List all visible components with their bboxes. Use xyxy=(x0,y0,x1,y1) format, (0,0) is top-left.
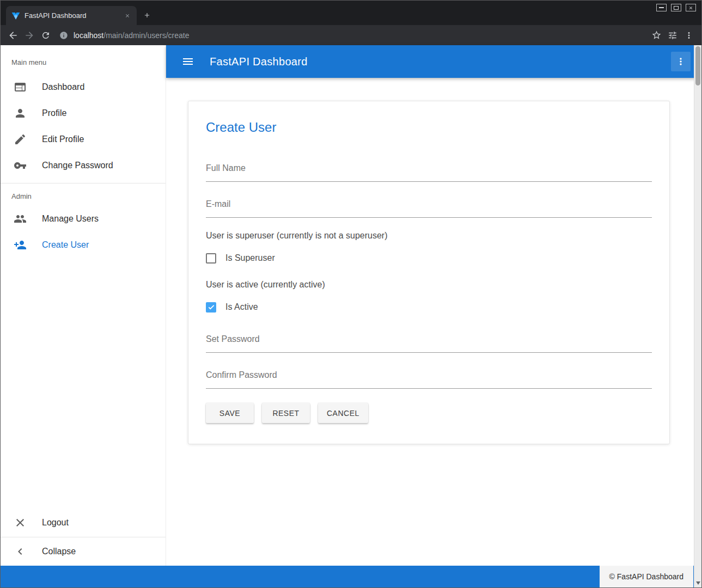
close-icon xyxy=(688,5,693,10)
window-close-button[interactable] xyxy=(686,4,696,11)
window-maximize-button[interactable] xyxy=(671,4,681,11)
tune-icon xyxy=(668,30,677,40)
sidebar-item-label: Create User xyxy=(42,240,89,250)
sidebar-item-manage-users[interactable]: Manage Users xyxy=(1,206,166,232)
form-actions: SAVE RESET CANCEL xyxy=(206,403,652,423)
people-icon xyxy=(14,212,27,225)
pencil-icon xyxy=(14,133,27,146)
sidebar-item-change-password[interactable]: Change Password xyxy=(1,152,166,179)
full-name-input[interactable] xyxy=(206,163,652,182)
set-password-field xyxy=(206,328,652,353)
footer: © FastAPI Dashboard xyxy=(1,566,701,587)
sidebar-item-label: Edit Profile xyxy=(42,134,84,144)
sidebar-item-edit-profile[interactable]: Edit Profile xyxy=(1,126,166,152)
sidebar-item-create-user[interactable]: Create User xyxy=(1,232,166,258)
close-icon xyxy=(14,516,27,529)
dashboard-icon xyxy=(14,81,27,94)
url-path: /main/admin/users/create xyxy=(103,31,189,40)
sidebar-item-label: Change Password xyxy=(42,161,113,170)
sidebar-item-label: Dashboard xyxy=(42,82,84,92)
key-icon xyxy=(14,159,27,172)
sidebar-item-profile[interactable]: Profile xyxy=(1,100,166,126)
confirm-password-field xyxy=(206,364,652,389)
tab-close-icon[interactable] xyxy=(124,12,131,20)
url-text[interactable]: localhost/main/admin/users/create xyxy=(74,31,189,40)
browser-menu-button[interactable] xyxy=(681,27,697,44)
set-password-input[interactable] xyxy=(206,334,652,353)
minimize-icon xyxy=(659,7,664,8)
sidebar-item-label: Logout xyxy=(42,518,69,528)
active-checkbox-row[interactable]: Is Active xyxy=(206,299,652,315)
person-icon xyxy=(14,107,27,120)
page-row: Main menu Dashboard Profile Edit Profile… xyxy=(1,45,701,566)
vuetify-favicon-icon xyxy=(11,11,20,20)
refresh-button[interactable] xyxy=(38,27,54,44)
hamburger-icon xyxy=(181,55,194,68)
content-area: Create User User is superuser (currently… xyxy=(166,78,701,566)
confirm-password-input[interactable] xyxy=(206,370,652,389)
superuser-checkbox[interactable] xyxy=(206,253,216,264)
email-field xyxy=(206,193,652,218)
sidebar-item-logout[interactable]: Logout xyxy=(1,510,166,536)
sidebar: Main menu Dashboard Profile Edit Profile… xyxy=(1,45,166,566)
page-title: Create User xyxy=(206,120,652,135)
chevron-left-icon xyxy=(14,545,27,558)
sidebar-item-label: Profile xyxy=(42,108,66,118)
bookmark-button[interactable] xyxy=(648,27,664,44)
sidebar-item-collapse[interactable]: Collapse xyxy=(1,538,166,565)
superuser-checkbox-label: Is Superuser xyxy=(225,253,275,263)
window-minimize-button[interactable] xyxy=(656,4,667,11)
superuser-checkbox-row[interactable]: Is Superuser xyxy=(206,250,652,266)
scroll-down-arrow-icon[interactable] xyxy=(696,581,700,585)
scrollbar-thumb[interactable] xyxy=(695,46,700,85)
browser-toolbar: localhost/main/admin/users/create xyxy=(1,25,701,45)
more-vert-icon xyxy=(675,56,686,67)
window-controls xyxy=(656,4,696,11)
footer-copyright: © FastAPI Dashboard xyxy=(600,566,693,587)
sidebar-section-admin: Admin xyxy=(1,183,166,206)
back-button[interactable] xyxy=(5,27,21,44)
email-input[interactable] xyxy=(206,199,652,218)
sidebar-item-dashboard[interactable]: Dashboard xyxy=(1,74,166,100)
sidebar-section-main-menu: Main menu xyxy=(1,45,166,74)
tab-title: FastAPI Dashboard xyxy=(25,11,119,20)
page: Main menu Dashboard Profile Edit Profile… xyxy=(1,45,701,587)
more-vert-icon xyxy=(684,30,694,40)
active-checkbox-label: Is Active xyxy=(225,302,258,312)
url-host: localhost xyxy=(74,31,103,40)
page-info-icon[interactable] xyxy=(59,31,68,40)
forward-button[interactable] xyxy=(21,27,38,44)
reset-button[interactable]: RESET xyxy=(262,403,310,423)
browser-titlebar: FastAPI Dashboard xyxy=(1,1,701,25)
person-add-icon xyxy=(14,238,27,252)
full-name-field xyxy=(206,157,652,182)
maximize-icon xyxy=(674,6,679,10)
superuser-note: User is superuser (currently is not a su… xyxy=(206,231,652,241)
sidebar-item-label: Manage Users xyxy=(42,214,99,224)
refresh-icon xyxy=(41,30,51,40)
active-note: User is active (currently active) xyxy=(206,280,652,290)
appbar: FastAPI Dashboard xyxy=(166,45,701,78)
back-arrow-icon xyxy=(8,30,19,41)
browser-window: FastAPI Dashboard localhost/m xyxy=(0,0,702,588)
sidebar-divider xyxy=(1,537,166,537)
active-checkbox[interactable] xyxy=(206,302,216,313)
appbar-menu-button[interactable] xyxy=(671,52,691,71)
appbar-title: FastAPI Dashboard xyxy=(210,56,308,68)
sidebar-bottom: Logout Collapse xyxy=(1,510,166,566)
browser-extension-button[interactable] xyxy=(664,27,681,44)
star-icon xyxy=(651,30,662,40)
check-icon xyxy=(207,303,215,311)
sidebar-item-label: Collapse xyxy=(42,547,76,556)
browser-tab[interactable]: FastAPI Dashboard xyxy=(6,6,137,25)
main-column: FastAPI Dashboard Create User xyxy=(166,45,701,566)
cancel-button[interactable]: CANCEL xyxy=(318,403,368,423)
page-scrollbar[interactable] xyxy=(694,45,701,587)
create-user-card: Create User User is superuser (currently… xyxy=(188,101,670,444)
address-bar[interactable]: localhost/main/admin/users/create xyxy=(59,31,643,40)
new-tab-button[interactable] xyxy=(139,7,155,23)
hamburger-menu-button[interactable] xyxy=(177,51,199,72)
save-button[interactable]: SAVE xyxy=(206,403,254,423)
forward-arrow-icon xyxy=(24,30,35,41)
